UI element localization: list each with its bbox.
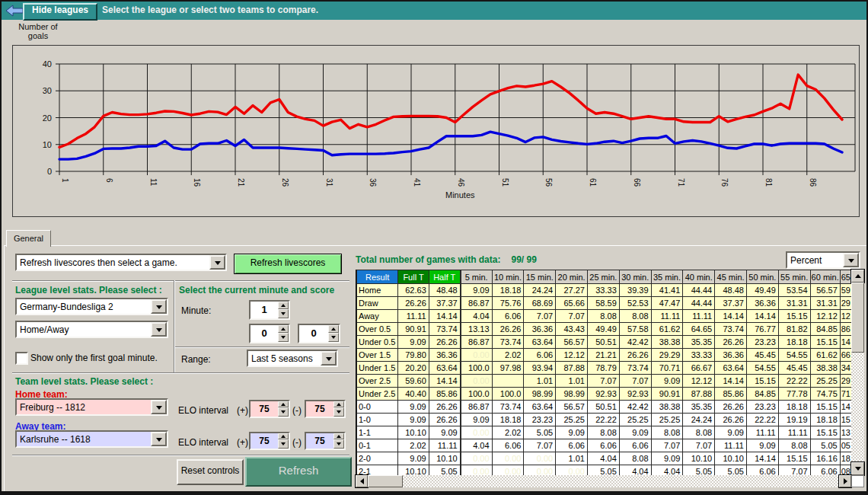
spin-up-icon[interactable] [333, 433, 344, 439]
away-score-stepper[interactable]: 0 [298, 324, 340, 343]
column-header[interactable]: 50 min. [746, 270, 778, 284]
percent-select[interactable]: Percent [786, 251, 860, 269]
column-header[interactable]: Full T [398, 270, 429, 284]
mode-select[interactable]: Home/Away [15, 321, 168, 338]
spin-down-icon[interactable] [278, 333, 289, 342]
table-cell: 36.36 [429, 349, 460, 362]
row-label: 2-1 [357, 465, 398, 476]
table-row: 0-09.0926.2686.8773.7463.6456.5750.5142.… [357, 401, 852, 414]
column-header[interactable]: 45 min. [715, 270, 747, 284]
divider [12, 372, 349, 374]
column-header[interactable]: 15 min. [524, 270, 556, 284]
table-cell: 70.71 [651, 362, 683, 375]
table-cell: 27.27 [556, 284, 588, 297]
column-header[interactable]: 10 min. [492, 270, 524, 284]
back-arrow-icon[interactable] [5, 5, 24, 17]
table-cell: 11.11 [683, 310, 715, 323]
range-select[interactable]: Last 5 seasons [247, 350, 338, 367]
first-goal-checkbox[interactable] [15, 352, 28, 365]
refresh-button[interactable]: Refresh [245, 457, 352, 487]
home-elo-minus-stepper[interactable]: 75 [305, 400, 346, 418]
scroll-right-icon[interactable] [839, 475, 851, 487]
spin-up-icon[interactable] [278, 325, 289, 333]
table-cell: 40.40 [398, 388, 429, 401]
table-cell: 12.12 [810, 310, 840, 323]
spin-down-icon[interactable] [278, 309, 289, 318]
table-cell: 15.15 [810, 426, 840, 439]
dropdown-arrow-icon[interactable] [843, 253, 859, 267]
column-header[interactable]: 5 min. [461, 270, 492, 284]
livescore-select[interactable]: Refresh livescores then select a game. [15, 254, 227, 271]
away-team-select[interactable]: Karlsruhe -- 1618 [15, 430, 168, 448]
home-score-stepper[interactable]: 0 [249, 324, 290, 343]
home-elo-plus-stepper[interactable]: 75 [249, 400, 290, 418]
column-header[interactable]: 55 min. [778, 270, 810, 284]
x-tick-label: 76 [720, 178, 729, 187]
table-cell: 15.15 [746, 375, 778, 388]
refresh-livescores-button[interactable]: Refresh livescores [234, 254, 342, 274]
reset-controls-button[interactable]: Reset controls [177, 459, 244, 485]
home-team-select[interactable]: Freiburg -- 1812 [15, 398, 168, 416]
table-cell: 14.14 [715, 310, 747, 323]
table-cell: 26.26 [429, 414, 460, 426]
spin-up-icon[interactable] [333, 401, 344, 407]
table-cell: 0.00 [556, 465, 588, 476]
horizontal-scroll-thumb[interactable] [368, 475, 403, 487]
y-title-line1: Number of [18, 22, 57, 31]
hide-leagues-button[interactable]: Hide leagues [23, 3, 97, 21]
table-horizontal-scrollbar[interactable] [356, 475, 851, 487]
x-tick-label: 11 [149, 178, 158, 187]
scroll-left-icon[interactable] [356, 475, 368, 487]
spin-up-icon[interactable] [278, 433, 289, 439]
table-cell: 11.11 [715, 439, 747, 452]
spin-up-icon[interactable] [328, 325, 339, 333]
vertical-scroll-thumb[interactable] [851, 283, 864, 353]
y-tick-label: 40 [43, 59, 52, 69]
column-header[interactable]: 35 min. [651, 270, 683, 284]
table-cell: 63.64 [429, 362, 460, 375]
dropdown-arrow-icon[interactable] [209, 255, 225, 270]
spin-down-icon[interactable] [278, 439, 289, 449]
spin-down-icon[interactable] [278, 407, 289, 417]
dropdown-arrow-icon[interactable] [151, 432, 167, 446]
column-header[interactable]: Result [357, 270, 398, 284]
column-header[interactable]: 20 min. [556, 270, 588, 284]
table-cell: 54.55 [746, 362, 778, 375]
league-select[interactable]: Germany-Bundesliga 2 [15, 298, 168, 315]
range-select-value: Last 5 seasons [248, 351, 321, 366]
table-cell: 0.00 [461, 465, 492, 476]
spin-down-icon[interactable] [333, 407, 344, 417]
table-cell: 10.10 [683, 452, 715, 465]
table-cell: 48.48 [715, 284, 747, 297]
away-elo-plus-stepper[interactable]: 75 [249, 432, 290, 450]
spin-down-icon[interactable] [333, 439, 344, 449]
home-score-value: 0 [251, 325, 278, 342]
spin-up-icon[interactable] [278, 302, 289, 309]
dropdown-arrow-icon[interactable] [151, 400, 167, 414]
column-header[interactable]: Half T [429, 270, 460, 284]
tab-general[interactable]: General [6, 230, 51, 247]
spin-down-icon[interactable] [328, 333, 339, 342]
scroll-up-icon[interactable] [851, 270, 864, 283]
table-cell: 86.87 [461, 336, 492, 349]
column-header[interactable]: 40 min. [683, 270, 715, 284]
spin-up-icon[interactable] [278, 401, 289, 407]
table-cell: 29.29 [651, 349, 683, 362]
x-axis-label: Minutes [445, 190, 475, 200]
dropdown-arrow-icon[interactable] [151, 299, 167, 314]
away-elo-minus-stepper[interactable]: 75 [305, 432, 346, 450]
table-cell: 0.00 [461, 452, 492, 465]
dropdown-arrow-icon[interactable] [321, 351, 337, 366]
scroll-down-icon[interactable] [851, 462, 864, 475]
table-vertical-scrollbar[interactable] [851, 270, 864, 475]
column-header[interactable]: 60 min. [810, 270, 840, 284]
total-games-row: Total number of games with data:99/ 99 [356, 254, 537, 265]
table-cell: 49.49 [587, 323, 619, 336]
column-header[interactable]: 65 [840, 270, 851, 284]
minute-stepper[interactable]: 1 [249, 300, 290, 320]
dropdown-arrow-icon[interactable] [151, 322, 167, 337]
table-cell: 7.07 [524, 439, 556, 452]
column-header[interactable]: 30 min. [619, 270, 651, 284]
table-cell: 0.00 [524, 465, 556, 476]
column-header[interactable]: 25 min. [587, 270, 619, 284]
